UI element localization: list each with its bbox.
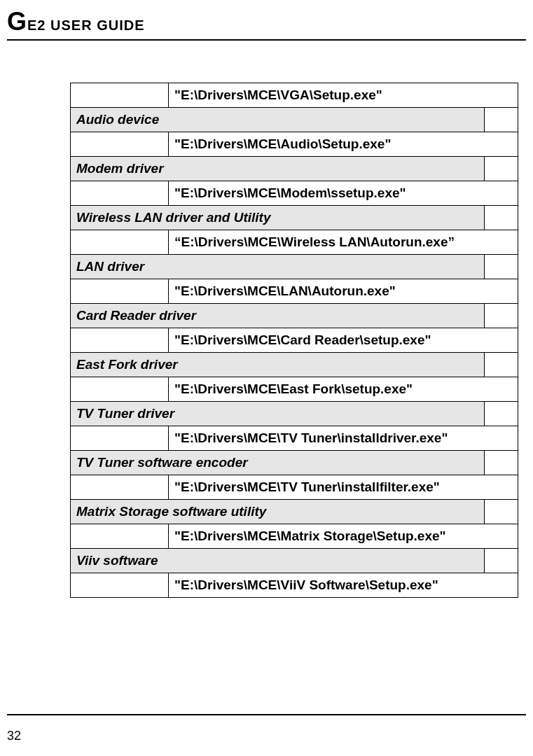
table-row: "E:\Drivers\MCE\ViiV Software\Setup.exe" (71, 573, 518, 598)
label-cell: Matrix Storage software utility (71, 500, 485, 524)
table-row: "E:\Drivers\MCE\TV Tuner\installfilter.e… (71, 475, 518, 500)
path-cell: "E:\Drivers\MCE\Audio\Setup.exe" (169, 132, 518, 157)
label-cell: Modem driver (71, 157, 485, 181)
table-row: Viiv software (71, 549, 518, 573)
empty-cell (485, 500, 518, 524)
path-cell: "E:\Drivers\MCE\LAN\Autorun.exe" (169, 279, 518, 304)
label-cell: East Fork driver (71, 353, 485, 377)
empty-cell (485, 451, 518, 475)
header-title-rest: E2 USER GUIDE (27, 18, 144, 33)
header-title-prefix: G (7, 7, 27, 36)
label-cell: TV Tuner software encoder (71, 451, 485, 475)
page-header: GE2 USER GUIDE (0, 0, 533, 36)
footer-rule (7, 714, 526, 715)
header-rule (7, 39, 526, 41)
empty-cell (485, 549, 518, 573)
indent-cell (71, 132, 169, 157)
driver-table: "E:\Drivers\MCE\VGA\Setup.exe"Audio devi… (70, 83, 518, 598)
empty-cell (485, 255, 518, 279)
label-cell: TV Tuner driver (71, 402, 485, 426)
label-cell: Audio device (71, 108, 485, 132)
table-row: "E:\Drivers\MCE\VGA\Setup.exe" (71, 83, 518, 108)
page: GE2 USER GUIDE "E:\Drivers\MCE\VGA\Setup… (0, 0, 533, 756)
indent-cell (71, 230, 169, 255)
header-title: GE2 USER GUIDE (7, 18, 145, 33)
table-row: "E:\Drivers\MCE\LAN\Autorun.exe" (71, 279, 518, 304)
indent-cell (71, 328, 169, 353)
table-row: "E:\Drivers\MCE\Audio\Setup.exe" (71, 132, 518, 157)
label-cell: Wireless LAN driver and Utility (71, 206, 485, 230)
table-row: Modem driver (71, 157, 518, 181)
path-cell: "E:\Drivers\MCE\VGA\Setup.exe" (169, 83, 518, 108)
empty-cell (485, 206, 518, 230)
page-number: 32 (7, 729, 21, 743)
content-area: "E:\Drivers\MCE\VGA\Setup.exe"Audio devi… (70, 83, 512, 598)
empty-cell (485, 304, 518, 328)
indent-cell (71, 475, 169, 500)
empty-cell (485, 402, 518, 426)
indent-cell (71, 279, 169, 304)
path-cell: "E:\Drivers\MCE\Matrix Storage\Setup.exe… (169, 524, 518, 549)
driver-table-body: "E:\Drivers\MCE\VGA\Setup.exe"Audio devi… (71, 83, 518, 598)
table-row: "E:\Drivers\MCE\Matrix Storage\Setup.exe… (71, 524, 518, 549)
empty-cell (485, 157, 518, 181)
table-row: "E:\Drivers\MCE\TV Tuner\installdriver.e… (71, 426, 518, 451)
path-cell: "E:\Drivers\MCE\East Fork\setup.exe" (169, 377, 518, 402)
path-cell: “E:\Drivers\MCE\Wireless LAN\Autorun.exe… (169, 230, 518, 255)
label-cell: Card Reader driver (71, 304, 485, 328)
table-row: LAN driver (71, 255, 518, 279)
table-row: "E:\Drivers\MCE\East Fork\setup.exe" (71, 377, 518, 402)
table-row: Matrix Storage software utility (71, 500, 518, 524)
table-row: "E:\Drivers\MCE\Modem\ssetup.exe" (71, 181, 518, 206)
path-cell: "E:\Drivers\MCE\ViiV Software\Setup.exe" (169, 573, 518, 598)
indent-cell (71, 181, 169, 206)
table-row: TV Tuner driver (71, 402, 518, 426)
label-cell: Viiv software (71, 549, 485, 573)
indent-cell (71, 83, 169, 108)
path-cell: "E:\Drivers\MCE\TV Tuner\installfilter.e… (169, 475, 518, 500)
indent-cell (71, 377, 169, 402)
table-row: “E:\Drivers\MCE\Wireless LAN\Autorun.exe… (71, 230, 518, 255)
path-cell: "E:\Drivers\MCE\TV Tuner\installdriver.e… (169, 426, 518, 451)
indent-cell (71, 573, 169, 598)
empty-cell (485, 353, 518, 377)
table-row: Card Reader driver (71, 304, 518, 328)
indent-cell (71, 524, 169, 549)
label-cell: LAN driver (71, 255, 485, 279)
table-row: Audio device (71, 108, 518, 132)
indent-cell (71, 426, 169, 451)
table-row: Wireless LAN driver and Utility (71, 206, 518, 230)
table-row: "E:\Drivers\MCE\Card Reader\setup.exe" (71, 328, 518, 353)
empty-cell (485, 108, 518, 132)
path-cell: "E:\Drivers\MCE\Card Reader\setup.exe" (169, 328, 518, 353)
table-row: TV Tuner software encoder (71, 451, 518, 475)
path-cell: "E:\Drivers\MCE\Modem\ssetup.exe" (169, 181, 518, 206)
table-row: East Fork driver (71, 353, 518, 377)
